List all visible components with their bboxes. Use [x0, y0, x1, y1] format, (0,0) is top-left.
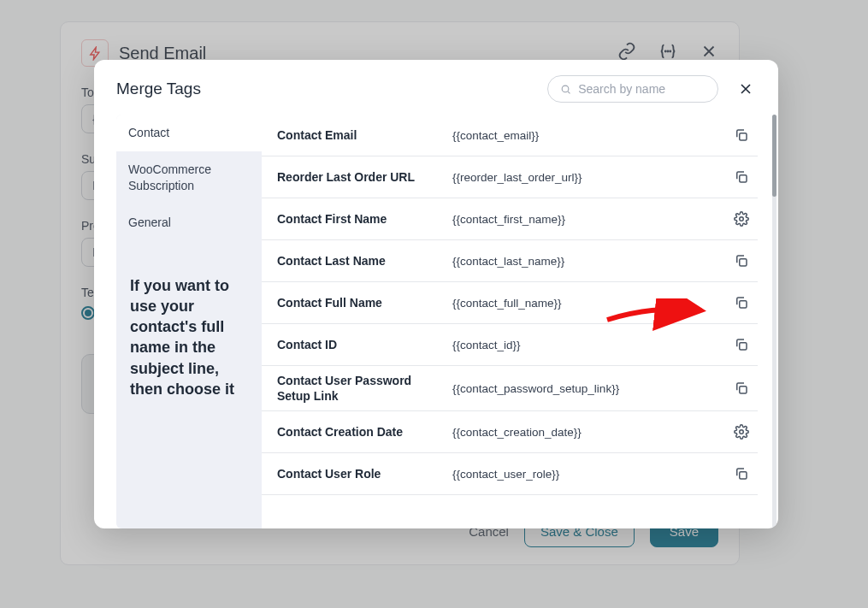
tag-row: Contact ID{{contact_id}} [262, 324, 758, 366]
sidebar-item-contact[interactable]: Contact [116, 115, 262, 151]
tag-code: {{contact_creation_date}} [452, 426, 722, 439]
tag-row: Contact Email{{contact_email}} [262, 115, 758, 156]
copy-icon[interactable] [730, 250, 753, 272]
svg-rect-5 [740, 175, 747, 182]
tag-name: Contact Email [277, 127, 444, 143]
tag-row: Contact Last Name{{contact_last_name}} [262, 240, 758, 282]
tag-code: {{contact_password_setup_link}} [452, 382, 722, 395]
svg-rect-9 [740, 343, 747, 350]
tag-name: Reorder Last Order URL [277, 169, 444, 185]
svg-rect-8 [740, 301, 747, 308]
tag-code: {{contact_user_role}} [452, 468, 722, 481]
svg-rect-4 [740, 133, 747, 140]
tag-code: {{reorder_last_order_url}} [452, 171, 722, 184]
scrollbar-thumb[interactable] [772, 115, 776, 197]
search-input[interactable] [578, 82, 706, 96]
search-icon [560, 83, 571, 96]
tag-code: {{contact_id}} [452, 339, 722, 351]
copy-icon[interactable] [730, 334, 753, 356]
tag-name: Contact User Role [277, 466, 444, 481]
tag-code: {{contact_first_name}} [452, 213, 722, 226]
tag-name: Contact User Password Setup Link [277, 373, 444, 404]
svg-rect-7 [740, 259, 747, 266]
tag-row: Reorder Last Order URL{{reorder_last_ord… [262, 156, 758, 198]
settings-icon[interactable] [730, 421, 753, 443]
tag-list[interactable]: Contact Email{{contact_email}}Reorder La… [262, 115, 771, 528]
tag-row: Contact User Password Setup Link{{contac… [262, 366, 758, 411]
tag-name: Contact First Name [277, 211, 444, 227]
copy-icon[interactable] [730, 463, 753, 485]
tag-name: Contact Creation Date [277, 424, 444, 440]
svg-point-11 [740, 430, 744, 434]
tag-name: Contact Last Name [277, 253, 444, 269]
modal-title: Merge Tags [116, 80, 201, 98]
tag-name: Contact Full Name [277, 295, 444, 310]
close-modal-button[interactable] [735, 79, 756, 99]
search-input-wrap[interactable] [547, 75, 718, 103]
tag-row: Contact Full Name{{contact_full_name}} [262, 282, 758, 324]
svg-point-6 [740, 217, 744, 221]
settings-icon[interactable] [730, 208, 753, 230]
copy-icon[interactable] [730, 292, 753, 314]
copy-icon[interactable] [730, 124, 753, 146]
svg-point-3 [562, 86, 569, 92]
sidebar-item-woocommerce-subscription[interactable]: WooCommerce Subscription [116, 151, 262, 204]
category-sidebar: Contact WooCommerce Subscription General… [116, 115, 262, 528]
copy-icon[interactable] [730, 377, 753, 399]
svg-rect-10 [740, 387, 747, 393]
merge-tags-modal: Merge Tags Contact WooCommerce Subscript… [94, 60, 778, 528]
sidebar-note: If you want to use your contact's full n… [116, 241, 262, 414]
copy-icon[interactable] [730, 166, 753, 188]
tag-row: Contact User Role{{contact_user_role}} [262, 453, 758, 495]
svg-rect-12 [740, 472, 747, 479]
tag-name: Contact ID [277, 337, 444, 352]
sidebar-item-general[interactable]: General [116, 204, 262, 241]
tag-code: {{contact_last_name}} [452, 255, 722, 268]
tag-code: {{contact_full_name}} [452, 297, 722, 310]
tag-row: Contact Creation Date{{contact_creation_… [262, 411, 758, 453]
tag-row: Contact First Name{{contact_first_name}} [262, 198, 758, 240]
tag-code: {{contact_email}} [452, 129, 722, 142]
